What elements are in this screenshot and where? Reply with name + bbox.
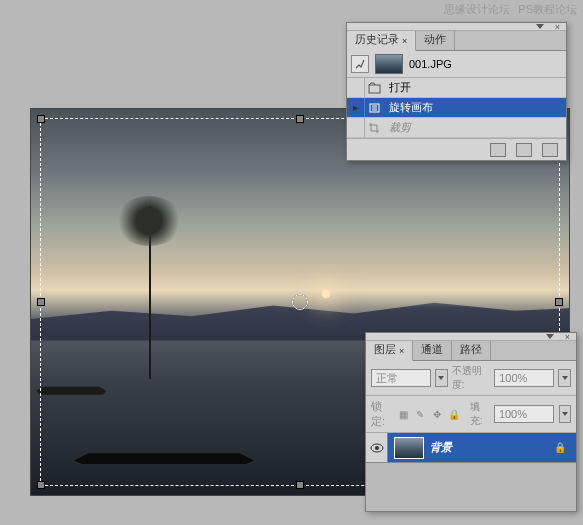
new-snapshot-icon[interactable] — [516, 143, 532, 157]
lock-all-icon[interactable]: 🔒 — [448, 407, 460, 421]
tab-layers[interactable]: 图层× — [366, 341, 413, 361]
fill-label: 填充: — [470, 400, 489, 428]
tab-actions[interactable]: 动作 — [416, 31, 455, 50]
layers-panel: × 图层× 通道 路径 正常 不透明度: 100% 锁定: ▦ ✎ ✥ 🔒 填充… — [365, 332, 577, 512]
visibility-icon[interactable] — [366, 433, 388, 462]
crop-icon — [365, 122, 385, 134]
lock-transparency-icon[interactable]: ▦ — [397, 407, 409, 421]
watermark: 思缘设计论坛 PS教程论坛 — [444, 2, 577, 17]
tab-history[interactable]: 历史记录× — [347, 31, 416, 51]
blend-mode-arrow[interactable] — [435, 369, 448, 387]
history-state-marker[interactable] — [347, 78, 365, 97]
history-state-marker[interactable] — [347, 118, 365, 137]
history-source-name: 001.JPG — [409, 58, 452, 70]
trash-icon[interactable] — [542, 143, 558, 157]
fill-input[interactable]: 100% — [494, 405, 554, 423]
new-doc-from-state-icon[interactable] — [490, 143, 506, 157]
history-footer — [347, 138, 566, 160]
svg-rect-0 — [369, 85, 380, 93]
rotate-icon — [365, 102, 385, 114]
opacity-input[interactable]: 100% — [494, 369, 554, 387]
history-tabs: 历史记录× 动作 — [347, 31, 566, 51]
layer-background[interactable]: 背景 🔒 — [366, 433, 576, 463]
layers-tabs: 图层× 通道 路径 — [366, 341, 576, 361]
tab-paths[interactable]: 路径 — [452, 341, 491, 360]
blend-mode-select[interactable]: 正常 — [371, 369, 431, 387]
lock-row: 锁定: ▦ ✎ ✥ 🔒 填充: 100% — [366, 396, 576, 433]
panel-titlebar[interactable]: × — [366, 333, 576, 341]
open-icon — [365, 82, 385, 94]
tab-channels[interactable]: 通道 — [413, 341, 452, 360]
history-item-crop[interactable]: 裁剪 — [347, 118, 566, 138]
layer-thumb — [394, 437, 424, 459]
layer-locked-icon: 🔒 — [554, 442, 570, 453]
close-icon[interactable]: × — [555, 22, 560, 32]
close-icon[interactable]: × — [565, 332, 570, 342]
history-panel: × 历史记录× 动作 001.JPG 打开 ▸ 旋转画布 裁剪 — [346, 22, 567, 161]
opacity-arrow[interactable] — [558, 369, 571, 387]
history-item-rotate[interactable]: ▸ 旋转画布 — [347, 98, 566, 118]
history-state-marker[interactable]: ▸ — [347, 98, 365, 117]
svg-point-6 — [375, 446, 379, 450]
history-item-open[interactable]: 打开 — [347, 78, 566, 98]
history-brush-icon[interactable] — [351, 55, 369, 73]
history-source-thumb — [375, 54, 403, 74]
panel-menu-icon[interactable] — [546, 334, 554, 339]
panel-titlebar[interactable]: × — [347, 23, 566, 31]
layer-options-row: 正常 不透明度: 100% — [366, 361, 576, 396]
lock-label: 锁定: — [371, 399, 392, 429]
panel-menu-icon[interactable] — [536, 24, 544, 29]
layers-empty-area[interactable] — [366, 463, 576, 511]
fill-arrow[interactable] — [559, 405, 571, 423]
history-source-row[interactable]: 001.JPG — [347, 51, 566, 78]
lock-position-icon[interactable]: ✥ — [431, 407, 443, 421]
lock-pixels-icon[interactable]: ✎ — [414, 407, 426, 421]
layer-name[interactable]: 背景 — [430, 440, 554, 455]
opacity-label: 不透明度: — [452, 364, 490, 392]
